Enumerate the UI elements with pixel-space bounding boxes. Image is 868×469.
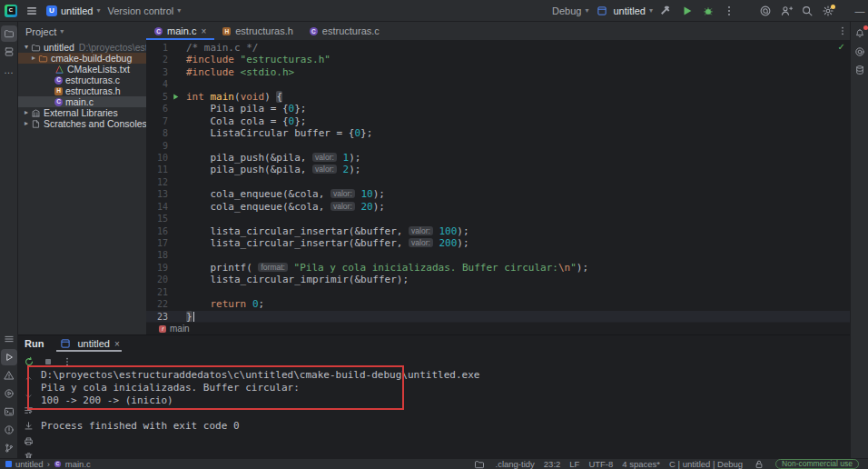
database-tool-button[interactable] <box>852 62 868 78</box>
line-number[interactable]: 1 <box>146 42 168 54</box>
soft-wrap-icon[interactable] <box>21 403 35 417</box>
line-number[interactable]: 3 <box>146 66 168 78</box>
line-number[interactable]: 22 <box>146 298 168 310</box>
line-number[interactable]: 10 <box>146 152 168 164</box>
code-line-18: 18 <box>146 249 850 261</box>
search-everywhere-icon[interactable] <box>800 4 814 18</box>
tree-item-estructuras-h[interactable]: Hestructuras.h <box>18 85 146 96</box>
info-tool-button[interactable] <box>1 422 17 438</box>
tab-options-icon[interactable] <box>835 24 850 38</box>
vcs-widget[interactable]: Version control ▾ <box>108 5 182 16</box>
line-number[interactable]: 5 <box>146 91 168 103</box>
line-number[interactable]: 16 <box>146 225 168 237</box>
line-number[interactable]: 21 <box>146 286 168 298</box>
code-line-11: 11 pila_push(&pila, valor: 2); <box>146 164 850 175</box>
status-widget[interactable]: LF <box>569 459 579 469</box>
run-configuration-selector[interactable]: untitled ▾ <box>595 4 653 18</box>
debug-dropdown-label: Debug <box>552 5 581 16</box>
debug-dropdown[interactable]: Debug ▾ <box>552 5 588 16</box>
debug-button[interactable] <box>701 4 715 18</box>
line-number[interactable]: 18 <box>146 249 168 261</box>
more-tool-windows-button[interactable]: … <box>1 62 17 78</box>
settings-gear-icon[interactable] <box>821 4 835 18</box>
run-tab[interactable]: untitled × <box>56 335 121 352</box>
ai-assistant-tool-button[interactable] <box>852 44 868 60</box>
code-editor[interactable]: 1/* main.c */2#include "estructuras.h"3#… <box>146 40 850 322</box>
status-widget[interactable]: C | untitled | Debug <box>669 459 743 469</box>
line-number[interactable]: 12 <box>146 176 168 188</box>
status-project[interactable]: untitled <box>15 459 44 469</box>
project-switcher[interactable]: U untitled ▾ <box>46 5 101 16</box>
line-number[interactable]: 23 <box>146 311 168 322</box>
scratch-icon <box>31 119 41 129</box>
run-gutter-icon[interactable] <box>168 91 182 103</box>
line-number[interactable]: 20 <box>146 274 168 285</box>
tree-item-estructuras-c[interactable]: Cestructuras.c <box>18 75 146 85</box>
line-number[interactable]: 14 <box>146 201 168 213</box>
tree-item-main-c[interactable]: Cmain.c <box>18 96 146 107</box>
status-file[interactable]: main.c <box>65 459 91 469</box>
project-panel-header[interactable]: Project ▾ <box>18 22 146 42</box>
tab-main-c[interactable]: Cmain.c× <box>146 22 214 40</box>
tree-item-untitled-root[interactable]: ▾untitledD:\proyectos\estructuradded <box>18 42 146 53</box>
services-icon <box>2 386 16 401</box>
chevron-expanded-icon[interactable]: ▾ <box>22 42 31 53</box>
next-occurrence-icon[interactable] <box>21 387 35 402</box>
version-control-tool-button[interactable] <box>1 440 17 456</box>
license-badge[interactable]: Non-commercial use <box>775 459 859 469</box>
chevron-collapsed-icon[interactable]: ▸ <box>29 53 38 64</box>
chevron-collapsed-icon[interactable]: ▸ <box>22 118 31 129</box>
services-tool-button[interactable] <box>1 385 17 402</box>
tab-estructuras-h[interactable]: Hestructuras.h <box>214 22 301 40</box>
tab-estructuras-c[interactable]: Cestructuras.c <box>301 22 388 40</box>
close-icon[interactable]: × <box>114 339 120 349</box>
structure-tool-button[interactable] <box>1 331 17 347</box>
ai-assistant-icon[interactable] <box>758 4 773 18</box>
status-widget[interactable]: 4 spaces* <box>622 459 660 469</box>
breadcrumb-function[interactable]: main <box>170 324 190 334</box>
terminal-tool-button[interactable] <box>1 404 17 420</box>
print-icon[interactable] <box>21 434 35 448</box>
tree-item-external-libraries[interactable]: ▸External Libraries <box>18 107 146 118</box>
prev-occurrence-icon[interactable] <box>21 372 35 386</box>
scroll-to-end-icon[interactable] <box>21 418 35 433</box>
close-icon[interactable]: × <box>201 26 206 36</box>
c-file-icon: C <box>310 27 318 35</box>
line-number[interactable]: 11 <box>146 164 168 175</box>
stop-button[interactable] <box>41 354 55 369</box>
problems-tool-button[interactable] <box>1 367 17 384</box>
line-number[interactable]: 6 <box>146 103 168 115</box>
line-number[interactable]: 4 <box>146 78 168 90</box>
run-button[interactable] <box>680 4 695 18</box>
console-output[interactable]: D:\proyectos\estructuraddedatos\c\untitl… <box>41 369 844 433</box>
build-button[interactable] <box>659 4 674 18</box>
run-tool-button[interactable] <box>1 349 17 365</box>
lock-icon[interactable] <box>752 457 766 469</box>
notifications-button[interactable] <box>852 25 868 42</box>
tree-item-scratches[interactable]: ▸Scratches and Consoles <box>18 118 146 129</box>
status-widget[interactable]: .clang-tidy <box>496 459 535 469</box>
line-number[interactable]: 8 <box>146 127 168 139</box>
console-options-icon[interactable] <box>60 354 74 369</box>
code-with-me-icon[interactable] <box>779 4 794 18</box>
line-number[interactable]: 9 <box>146 140 168 152</box>
tree-item-cmake-build-debug[interactable]: ▸cmake-build-debug <box>18 53 146 64</box>
minimize-button[interactable]: — <box>852 5 868 16</box>
line-number[interactable]: 19 <box>146 262 168 274</box>
main-menu-icon[interactable] <box>25 4 39 18</box>
status-widget[interactable]: 23:2 <box>544 459 561 469</box>
more-actions-icon[interactable] <box>722 4 736 18</box>
tree-item-cmakelists[interactable]: CMakeLists.txt <box>18 64 146 75</box>
readonly-icon <box>472 457 487 469</box>
inspection-ok-icon[interactable]: ✓ <box>838 42 845 52</box>
commit-tool-button[interactable] <box>1 44 17 60</box>
line-number[interactable]: 17 <box>146 237 168 249</box>
rerun-button[interactable] <box>22 354 36 369</box>
chevron-collapsed-icon[interactable]: ▸ <box>22 107 31 118</box>
project-tool-button[interactable] <box>1 25 17 42</box>
status-widget[interactable]: UTF-8 <box>588 459 613 469</box>
line-number[interactable]: 2 <box>146 54 168 65</box>
line-number[interactable]: 13 <box>146 188 168 200</box>
line-number[interactable]: 7 <box>146 115 168 127</box>
line-number[interactable]: 15 <box>146 213 168 225</box>
